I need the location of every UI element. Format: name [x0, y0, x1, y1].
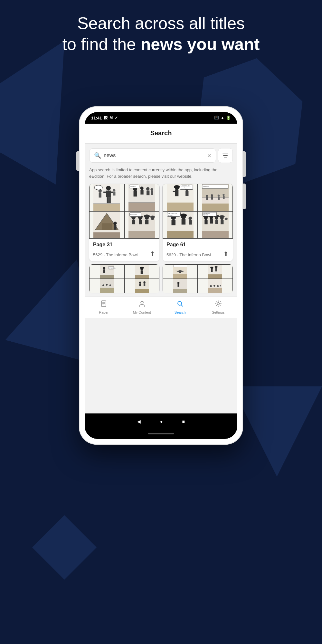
svg-point-124: [139, 282, 141, 284]
svg-rect-128: [135, 289, 149, 293]
result-page-number-31: Page 31: [93, 242, 156, 248]
nav-settings-label: Settings: [212, 310, 225, 314]
svg-rect-143: [208, 274, 222, 279]
svg-rect-131: [179, 272, 181, 273]
result-card-page-31[interactable]: text: [89, 184, 159, 261]
search-input-wrap[interactable]: 🔍 news ✕: [89, 148, 216, 163]
result-card-info-61: Page 61 5629 - The Inferno Bowl ⬆: [163, 239, 233, 261]
svg-rect-72: [202, 204, 229, 211]
app-header: Search: [85, 124, 237, 144]
svg-text:TELL US...: TELL US...: [168, 215, 173, 216]
svg-rect-23: [151, 191, 153, 195]
partial-card-image-1: CAESAR REPORTED BACK, HED THE NEWS: [89, 264, 159, 293]
svg-point-138: [210, 267, 213, 268]
result-card-image-61: A FEW DAYS LATER... column leader: [163, 184, 233, 239]
search-icon: 🔍: [94, 152, 101, 159]
svg-point-18: [140, 186, 143, 190]
partial-card-2[interactable]: BY THE TIME...: [163, 264, 233, 293]
svg-point-22: [150, 188, 153, 191]
result-card-image-31: text: [89, 184, 159, 239]
svg-rect-56: [185, 191, 188, 196]
comic-panel-5: A FEW DAYS LATER... column leader: [163, 184, 198, 211]
svg-rect-91: [204, 220, 207, 224]
comic-panel-p8: [198, 279, 233, 293]
svg-rect-6: [109, 197, 111, 203]
phone-mockup: 11:41 🖼 M ✓ 📳 ▲ 🔋 Search: [79, 106, 243, 445]
svg-point-51: [174, 185, 180, 188]
svg-rect-127: [144, 283, 145, 286]
photo-icon: 🖼: [104, 116, 108, 120]
comic-panel-p1: CAESAR REPORTED BACK, HED THE NEWS: [89, 264, 124, 279]
svg-rect-24: [128, 203, 155, 211]
bottom-nav: Paper My Content: [85, 297, 237, 318]
gmail-icon: M: [109, 116, 113, 120]
home-bar[interactable]: [148, 433, 174, 434]
svg-point-150: [210, 285, 212, 287]
svg-rect-147: [173, 289, 187, 293]
home-button[interactable]: ●: [160, 419, 163, 424]
battery-icon: 🔋: [226, 116, 231, 120]
volume-down-button: [243, 184, 246, 209]
comic-panel-4: dialogue text: [124, 211, 159, 239]
result-card-page-61[interactable]: A FEW DAYS LATER... column leader: [163, 184, 233, 261]
svg-point-151: [213, 285, 215, 287]
search-bar-container: 🔍 news ✕: [85, 144, 237, 163]
svg-text:A FEW DAYS LATER...: A FEW DAYS LATER...: [181, 185, 191, 187]
partial-card-1[interactable]: CAESAR REPORTED BACK, HED THE NEWS: [89, 264, 159, 293]
svg-rect-17: [134, 191, 137, 197]
my-content-icon: [138, 300, 146, 309]
nav-search[interactable]: Search: [161, 300, 199, 314]
hero-line1: Search across all titles: [77, 14, 245, 33]
nav-settings[interactable]: Settings: [199, 300, 238, 314]
check-icon: ✓: [115, 116, 118, 120]
svg-rect-11: [93, 204, 120, 211]
share-button-61[interactable]: ⬆: [223, 250, 229, 258]
android-nav: ◀ ● ■: [85, 413, 237, 430]
svg-point-80: [180, 213, 187, 217]
svg-rect-119: [100, 288, 114, 293]
svg-point-141: [214, 266, 218, 268]
result-footer-31: 5629 - The Inferno Bowl ⬆: [93, 250, 156, 258]
back-button[interactable]: ◀: [137, 419, 141, 424]
result-page-number-61: Page 61: [166, 242, 229, 248]
nav-search-label: Search: [175, 310, 186, 314]
svg-rect-94: [210, 219, 213, 223]
comic-panel-p6: [198, 264, 233, 279]
svg-point-66: [211, 194, 213, 196]
svg-text:WHERE THEY: WHERE THEY: [203, 213, 210, 214]
svg-rect-43: [145, 220, 148, 224]
svg-point-107: [103, 267, 106, 270]
comic-panel-p3: [89, 279, 124, 293]
svg-point-70: [223, 194, 224, 196]
svg-text:column leader: column leader: [181, 187, 187, 189]
volume-button: [76, 151, 79, 171]
comic-panel-p7: [163, 279, 198, 293]
svg-text:CAESAR REPORTED: CAESAR REPORTED: [109, 267, 115, 268]
comic-panel-8: WHERE THEY WANT US: [198, 211, 233, 239]
svg-rect-108: [103, 270, 105, 273]
app-title: Search: [150, 129, 172, 137]
nav-paper-label: Paper: [99, 310, 109, 314]
svg-rect-53: [173, 191, 178, 192]
svg-rect-112: [100, 275, 114, 279]
search-input[interactable]: news: [104, 153, 204, 158]
status-bar: 11:41 🖼 M ✓ 📳 ▲ 🔋: [85, 112, 237, 124]
svg-rect-81: [182, 219, 185, 225]
nav-my-content[interactable]: My Content: [123, 300, 161, 314]
paper-icon: [100, 300, 107, 309]
search-notice: App search is limited to content current…: [85, 163, 237, 184]
filter-button[interactable]: [218, 148, 233, 163]
svg-rect-32: [114, 225, 116, 230]
svg-rect-57: [167, 203, 194, 211]
nav-paper[interactable]: Paper: [85, 300, 123, 314]
svg-rect-67: [211, 196, 213, 199]
hero-line2: to find the news you want: [62, 35, 260, 53]
svg-point-121: [106, 284, 108, 286]
comic-panel-7: PRAY, COULD YOU TELL US...: [163, 211, 198, 239]
share-button-31[interactable]: ⬆: [149, 250, 156, 258]
svg-rect-69: [218, 196, 220, 200]
recents-button[interactable]: ■: [182, 419, 185, 424]
clear-search-button[interactable]: ✕: [207, 153, 211, 159]
vibrate-icon: 📳: [214, 116, 219, 120]
wifi-icon: ▲: [221, 116, 224, 120]
